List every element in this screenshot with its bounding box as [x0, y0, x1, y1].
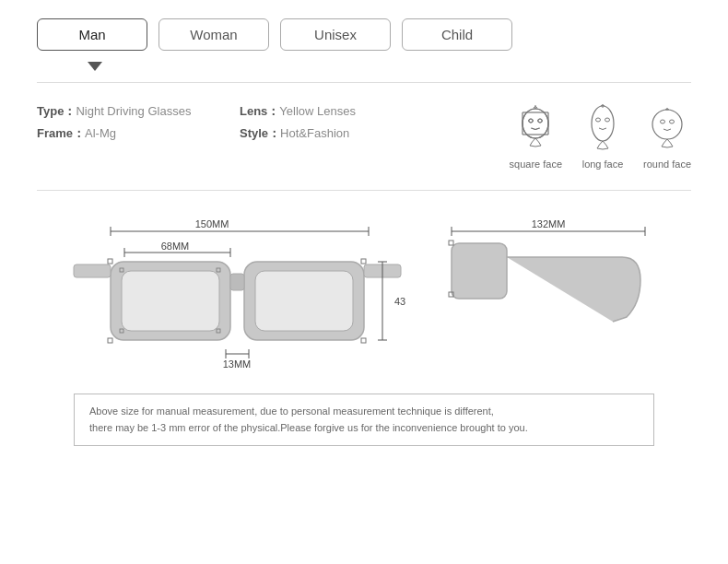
svg-point-3 — [523, 109, 548, 138]
lens-row: Lens：Yellow Lenses — [240, 103, 387, 120]
side-diagram: 132MM — [442, 211, 663, 386]
info-section: Type：Night Driving Glasses Frame：Al-Mg L… — [37, 94, 691, 179]
svg-rect-42 — [108, 259, 112, 264]
svg-point-16 — [661, 120, 665, 123]
tab-man[interactable]: Man — [37, 18, 147, 51]
long-face-label: long face — [582, 159, 624, 170]
svg-rect-43 — [361, 259, 366, 264]
svg-text:150MM: 150MM — [195, 218, 229, 229]
round-face-label: round face — [643, 159, 691, 170]
svg-point-12 — [596, 118, 601, 122]
divider-bottom — [37, 190, 691, 191]
round-face-icon — [645, 103, 689, 155]
square-face-label: square face — [510, 159, 562, 170]
svg-rect-28 — [122, 271, 219, 331]
svg-rect-30 — [255, 271, 353, 331]
long-face-icon — [581, 103, 625, 155]
face-item-square: square face — [510, 103, 562, 170]
diagram-section: 150MM 68MM 43MM — [37, 211, 691, 386]
type-row: Type：Night Driving Glasses — [37, 103, 203, 120]
face-item-round: round face — [643, 103, 691, 170]
svg-rect-32 — [74, 264, 111, 277]
svg-point-17 — [670, 120, 675, 123]
front-diagram: 150MM 68MM 43MM — [55, 211, 405, 386]
main-container: Man Woman Unisex Child Type：Night Drivin… — [0, 0, 728, 564]
frame-row: Frame：Al-Mg — [37, 125, 203, 142]
svg-text:43MM: 43MM — [394, 296, 405, 307]
svg-rect-45 — [361, 338, 366, 343]
svg-point-13 — [605, 118, 610, 122]
svg-text:132MM: 132MM — [532, 218, 566, 229]
divider-top — [37, 82, 691, 83]
info-left: Type：Night Driving Glasses Frame：Al-Mg — [37, 103, 203, 142]
svg-rect-44 — [108, 338, 112, 343]
svg-rect-31 — [230, 274, 244, 290]
svg-rect-54 — [452, 243, 507, 299]
square-face-icon — [513, 103, 558, 155]
svg-text:68MM: 68MM — [161, 241, 190, 252]
tab-bar: Man Woman Unisex Child — [37, 18, 691, 51]
tab-unisex[interactable]: Unisex — [280, 18, 391, 51]
svg-text:13MM: 13MM — [223, 358, 252, 370]
face-item-long: long face — [581, 103, 625, 170]
svg-point-11 — [592, 106, 614, 141]
face-icons: square face long face — [510, 103, 691, 170]
info-right: Lens：Yellow Lenses Style：Hot&Fashion — [240, 103, 387, 142]
tab-indicator — [88, 62, 102, 71]
tab-woman[interactable]: Woman — [159, 18, 269, 51]
measurement-note: Above size for manual measurement, due t… — [74, 394, 654, 446]
tab-child[interactable]: Child — [402, 18, 512, 51]
svg-rect-55 — [449, 241, 453, 245]
svg-point-15 — [652, 110, 682, 139]
style-row: Style：Hot&Fashion — [240, 125, 387, 142]
